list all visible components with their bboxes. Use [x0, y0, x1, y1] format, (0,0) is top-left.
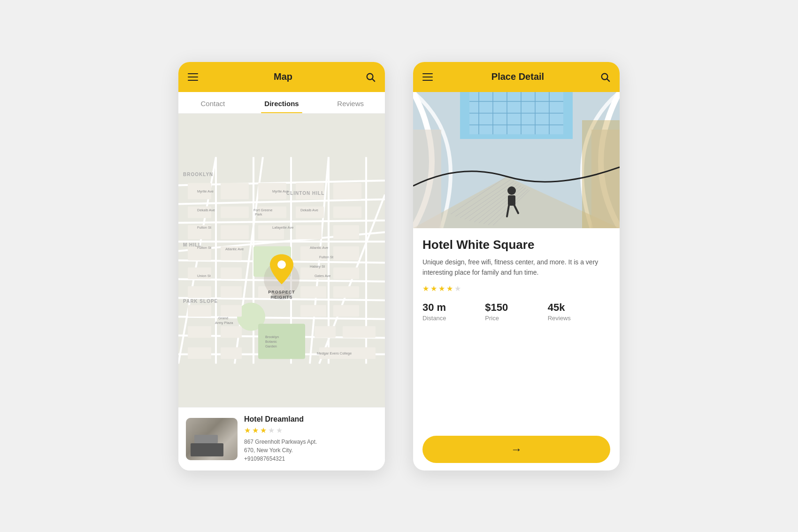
- star-3: ★: [260, 426, 267, 435]
- svg-rect-58: [188, 326, 211, 338]
- place-top-bar: Place Detail: [413, 62, 620, 92]
- svg-rect-27: [333, 183, 361, 199]
- svg-text:M HILL: M HILL: [183, 242, 201, 247]
- stat-distance-value: 30 m: [422, 301, 485, 314]
- svg-rect-47: [188, 286, 211, 298]
- p-star-5: ★: [454, 284, 461, 293]
- place-detail-body: Hotel White Square Unique design, free w…: [413, 228, 620, 470]
- map-title: Map: [274, 71, 292, 82]
- stat-reviews: 45k Reviews: [548, 301, 610, 322]
- hotel-card: Hotel Dreamland ★ ★ ★ ★ ★ 867 Greenholt …: [178, 407, 385, 470]
- svg-text:BROOKLYN: BROOKLYN: [183, 171, 213, 177]
- svg-text:Fort Greene: Fort Greene: [253, 208, 272, 212]
- svg-rect-53: [188, 305, 211, 316]
- map-top-bar: Map: [178, 62, 385, 92]
- stat-price-label: Price: [485, 315, 547, 322]
- place-name: Hotel White Square: [422, 238, 610, 252]
- svg-text:Park: Park: [255, 212, 262, 216]
- svg-rect-29: [221, 206, 249, 218]
- place-search-icon[interactable]: [600, 72, 610, 82]
- svg-rect-54: [221, 305, 242, 316]
- place-title: Place Detail: [491, 71, 544, 82]
- p-star-3: ★: [438, 284, 445, 293]
- svg-text:Atlantic Ave: Atlantic Ave: [225, 247, 244, 251]
- tab-contact[interactable]: Contact: [178, 92, 247, 113]
- svg-text:Medgar Evers College: Medgar Evers College: [317, 351, 352, 355]
- p-star-2: ★: [430, 284, 437, 293]
- svg-rect-60: [315, 326, 336, 338]
- svg-rect-63: [221, 347, 242, 359]
- star-5: ★: [276, 426, 283, 435]
- place-stars: ★ ★ ★ ★ ★: [422, 284, 610, 293]
- svg-text:Union St: Union St: [197, 273, 211, 278]
- svg-text:CLINTON HILL: CLINTON HILL: [286, 190, 324, 195]
- tab-reviews[interactable]: Reviews: [316, 92, 385, 113]
- svg-rect-61: [343, 326, 376, 338]
- stat-price: $150 Price: [485, 301, 547, 322]
- svg-rect-119: [413, 130, 441, 228]
- svg-line-1: [372, 79, 375, 81]
- svg-text:Myrtle Ave: Myrtle Ave: [197, 189, 214, 193]
- svg-text:Garden: Garden: [265, 344, 277, 348]
- svg-rect-121: [582, 120, 620, 228]
- svg-rect-36: [296, 225, 322, 239]
- stat-reviews-value: 45k: [548, 301, 610, 314]
- place-image: [413, 92, 620, 228]
- svg-text:Gates Ave: Gates Ave: [315, 273, 330, 278]
- stat-reviews-label: Reviews: [548, 315, 610, 322]
- hotel-name: Hotel Dreamland: [244, 415, 377, 424]
- search-icon[interactable]: [365, 72, 376, 82]
- svg-rect-37: [333, 225, 359, 239]
- map-view[interactable]: Myrtle Ave Myrtle Ave Dekalb Ave Dekalb …: [178, 114, 385, 407]
- svg-text:Dekalb Ave: Dekalb Ave: [300, 208, 318, 212]
- map-phone: Map Contact Directions Reviews: [178, 62, 385, 470]
- svg-text:Army Plaza: Army Plaza: [215, 320, 233, 324]
- svg-text:Fulton St: Fulton St: [319, 254, 334, 259]
- svg-text:PARK SLOPE: PARK SLOPE: [183, 298, 218, 303]
- arrow-icon: →: [511, 443, 522, 456]
- svg-rect-42: [333, 246, 359, 260]
- svg-text:HEIGHTS: HEIGHTS: [270, 294, 292, 299]
- hotel-stars: ★ ★ ★ ★ ★: [244, 426, 377, 435]
- hotel-thumbnail: [186, 418, 238, 460]
- svg-text:PROSPECT: PROSPECT: [268, 289, 295, 294]
- stats-row: 30 m Distance $150 Price 45k Reviews: [422, 301, 610, 322]
- svg-line-96: [607, 79, 609, 81]
- svg-text:Botanic: Botanic: [265, 339, 277, 343]
- svg-rect-122: [508, 195, 515, 206]
- svg-rect-56: [333, 305, 359, 316]
- stat-distance: 30 m Distance: [422, 301, 485, 322]
- svg-rect-32: [333, 206, 361, 218]
- svg-point-92: [277, 260, 286, 269]
- tab-directions[interactable]: Directions: [247, 92, 316, 113]
- stat-distance-label: Distance: [422, 315, 485, 322]
- hotel-address: 867 Greenholt Parkways Apt.670, New York…: [244, 438, 377, 463]
- svg-point-123: [507, 186, 516, 195]
- place-description: Unique design, free wifi, fitness center…: [422, 257, 610, 278]
- star-1: ★: [244, 426, 251, 435]
- svg-text:Atlantic Ave: Atlantic Ave: [310, 245, 328, 249]
- star-2: ★: [252, 426, 259, 435]
- cta-button[interactable]: →: [422, 436, 610, 463]
- svg-text:Brooklyn: Brooklyn: [265, 334, 279, 339]
- star-4: ★: [268, 426, 275, 435]
- p-star-1: ★: [422, 284, 429, 293]
- svg-rect-34: [221, 225, 249, 239]
- svg-rect-59: [221, 326, 242, 338]
- svg-text:Dekalb Ave: Dekalb Ave: [197, 208, 215, 212]
- svg-rect-48: [221, 286, 242, 298]
- svg-rect-51: [333, 286, 359, 298]
- hotel-info: Hotel Dreamland ★ ★ ★ ★ ★ 867 Greenholt …: [244, 415, 377, 463]
- stat-price-value: $150: [485, 301, 547, 314]
- svg-text:Fulton St: Fulton St: [197, 225, 212, 229]
- p-star-4: ★: [446, 284, 453, 293]
- menu-icon[interactable]: [188, 70, 201, 84]
- place-detail-phone: Place Detail: [413, 62, 620, 470]
- place-menu-icon[interactable]: [422, 70, 436, 84]
- svg-rect-55: [300, 305, 326, 316]
- svg-rect-46: [333, 267, 359, 279]
- svg-rect-24: [221, 183, 249, 199]
- svg-rect-44: [221, 267, 242, 279]
- svg-text:Grand: Grand: [218, 316, 228, 320]
- svg-rect-62: [188, 347, 211, 359]
